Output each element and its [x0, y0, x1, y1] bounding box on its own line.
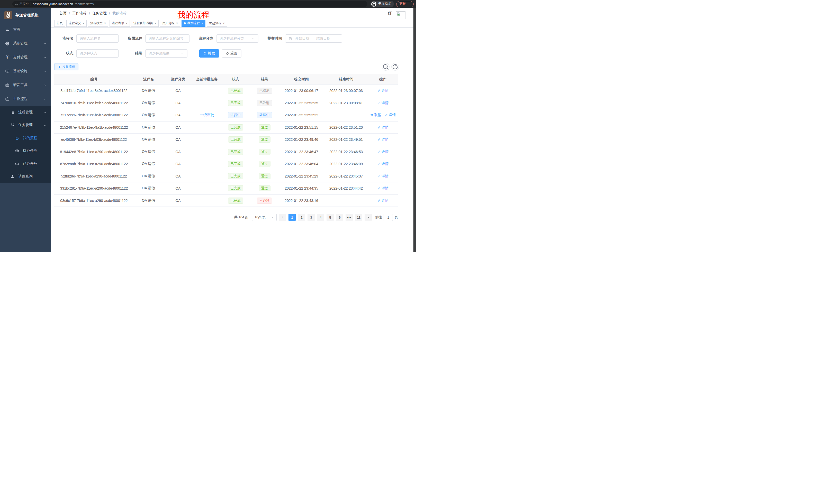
cell-submit: 2022-01-22 23:46:47: [279, 150, 324, 154]
breadcrumb-separator: /: [69, 11, 70, 16]
chev-down-icon: [44, 83, 47, 87]
tab-process-model[interactable]: 流程模型×: [88, 20, 108, 27]
breadcrumb-item: 任务管理: [92, 11, 107, 16]
cell-category: OA: [163, 174, 193, 178]
close-icon[interactable]: ×: [176, 22, 178, 25]
name-input[interactable]: 请输入流程名: [76, 34, 119, 43]
close-icon[interactable]: ×: [155, 22, 156, 25]
sidebar-item-todo-task[interactable]: 待办任务: [0, 144, 51, 157]
definition-input[interactable]: 请输入流程定义的编号: [145, 34, 189, 43]
detail-link[interactable]: 详情: [378, 149, 389, 154]
app-logo[interactable]: 芋道管理系统: [0, 8, 51, 23]
category-select[interactable]: 请选择流程分类: [216, 34, 258, 43]
cell-category: OA: [163, 162, 193, 166]
detail-link[interactable]: 详情: [385, 113, 396, 117]
page-button-6[interactable]: 6: [336, 214, 343, 221]
active-dot: [184, 22, 186, 24]
tab-label: 流程表单: [112, 21, 124, 25]
table-body: 3ad174fb-7b9d-11ec-8404-acde48001122OA 请…: [54, 85, 398, 207]
sidebar-item-process-mgmt[interactable]: 流程管理: [0, 106, 51, 119]
detail-link[interactable]: 详情: [378, 162, 389, 166]
task-link[interactable]: 一级审批: [200, 113, 214, 117]
page-button-4[interactable]: 4: [317, 214, 324, 221]
cell-actions: 详情: [368, 149, 398, 154]
tab-home[interactable]: 首页: [54, 20, 65, 27]
eye-icon: [15, 149, 19, 153]
sidebar-item-task-mgmt[interactable]: 任务管理: [0, 119, 51, 132]
result-select[interactable]: 请选择流结果: [145, 49, 187, 58]
pen-icon: [378, 89, 381, 92]
create-process-button[interactable]: 发起流程: [54, 63, 78, 71]
cell-status: 已完成: [221, 136, 250, 143]
sidebar-item-infra[interactable]: 基础设施: [0, 64, 51, 78]
detail-link[interactable]: 详情: [378, 198, 389, 203]
sidebar-item-leave-query[interactable]: 请假查询: [0, 170, 51, 183]
pen-icon: [378, 199, 381, 202]
refresh-table-button[interactable]: [391, 63, 399, 71]
close-icon[interactable]: ×: [223, 22, 225, 25]
page-size-select[interactable]: 10条/页: [252, 214, 277, 221]
page-button-11[interactable]: 11: [355, 214, 362, 221]
sidebar-item-home[interactable]: 首页: [0, 23, 51, 36]
sidebar-item-workflow[interactable]: 工作流程: [0, 92, 51, 106]
page-button-2[interactable]: 2: [298, 214, 305, 221]
detail-link[interactable]: 详情: [378, 186, 389, 191]
main: 首页/工作流程/任务管理/我的流程 tT 我的流程 首页流程定义×流程模型×流程…: [51, 8, 413, 252]
tab-start-process[interactable]: 发起流程×: [207, 20, 227, 27]
briefcase-icon: [5, 97, 9, 101]
date-range-picker[interactable]: 开始日期 - 结束日期: [285, 34, 342, 43]
tab-process-form-edit[interactable]: 流程表单-编辑×: [131, 20, 159, 27]
detail-link[interactable]: 详情: [378, 88, 389, 93]
detail-link[interactable]: 详情: [378, 137, 389, 142]
detail-link[interactable]: 详情: [378, 125, 389, 130]
sidebar-item-label: 研发工具: [13, 83, 27, 87]
detail-link[interactable]: 详情: [378, 174, 389, 178]
pen-icon: [378, 175, 381, 178]
tab-my-process[interactable]: 我的流程×: [182, 20, 205, 27]
sidebar-item-system[interactable]: 系统管理: [0, 36, 51, 50]
sidebar-item-my-process[interactable]: 我的流程: [0, 132, 51, 144]
page-button-more[interactable]: •••: [345, 214, 353, 221]
update-label: 更新: [399, 2, 406, 6]
navbar: 首页/工作流程/任务管理/我的流程 tT: [51, 8, 413, 19]
security-status[interactable]: 不安全: [15, 2, 29, 6]
breadcrumb-item[interactable]: 首页: [59, 11, 67, 16]
sidebar-item-devtools[interactable]: 研发工具: [0, 78, 51, 92]
close-icon[interactable]: ×: [201, 22, 203, 25]
warning-icon: [15, 2, 18, 6]
cell-name: OA 请假: [134, 88, 163, 93]
toggle-search-button[interactable]: [382, 63, 390, 71]
close-icon[interactable]: ×: [82, 22, 84, 25]
page-button-5[interactable]: 5: [327, 214, 334, 221]
sidebar-item-label: 支付管理: [13, 55, 27, 60]
next-page-button[interactable]: [365, 214, 372, 221]
kebab-menu-icon[interactable]: [408, 2, 411, 6]
cell-actions: 详情: [368, 88, 398, 93]
prev-page-button[interactable]: [279, 214, 286, 221]
status-badge: 通过: [259, 124, 270, 131]
breadcrumb-separator: /: [109, 11, 110, 16]
browser-update-button[interactable]: 更新: [396, 1, 414, 7]
detail-link[interactable]: 详情: [378, 101, 389, 105]
sidebar-item-label: 请假查询: [18, 174, 33, 179]
status-select[interactable]: 请选择状态: [76, 49, 119, 58]
cell-submit: 2022-01-22 23:49:46: [279, 137, 324, 142]
tab-process-def[interactable]: 流程定义×: [66, 20, 87, 27]
sidebar-item-payment[interactable]: ¥支付管理: [0, 50, 51, 64]
address-bar[interactable]: 不安全 dashboard.yudao.iocoder.cn/bpm/task/…: [12, 1, 367, 7]
sidebar-item-done-task[interactable]: 已办任务: [0, 157, 51, 170]
goto-page-input[interactable]: [384, 214, 393, 221]
page-button-3[interactable]: 3: [308, 214, 315, 221]
close-icon[interactable]: ×: [126, 22, 128, 25]
tab-user-group[interactable]: 用户分组×: [160, 20, 180, 27]
page-button-1[interactable]: 1: [288, 214, 296, 221]
process-table: 编号流程名流程分类当前审批任务状态结果提交时间结束时间操作 3ad174fb-7…: [54, 74, 398, 207]
font-size-icon[interactable]: tT: [388, 11, 392, 16]
tab-process-form[interactable]: 流程表单×: [109, 20, 130, 27]
cancel-link[interactable]: 取消: [370, 113, 381, 117]
page-scrollbar[interactable]: [413, 8, 416, 252]
search-button[interactable]: 搜索: [199, 49, 219, 58]
table-row: 52ffd28e-7b9a-11ec-a290-acde48001122OA 请…: [54, 170, 398, 183]
close-icon[interactable]: ×: [104, 22, 106, 25]
reset-button[interactable]: 重置: [222, 49, 241, 58]
